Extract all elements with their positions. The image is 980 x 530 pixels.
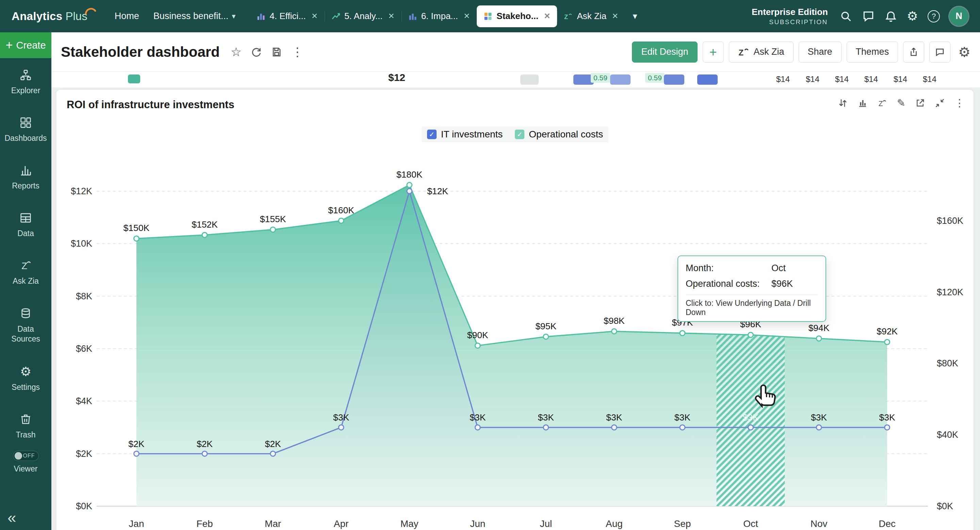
svg-text:$90K: $90K bbox=[467, 330, 488, 340]
svg-text:Oct: Oct bbox=[743, 519, 758, 529]
checkbox-checked-icon: ✓ bbox=[427, 130, 437, 139]
ask-zia-button[interactable]: Z Ask Zia bbox=[729, 41, 794, 63]
sidebar-item-label: Settings bbox=[11, 382, 40, 392]
svg-text:$3K: $3K bbox=[675, 413, 690, 423]
svg-text:$94K: $94K bbox=[808, 323, 830, 333]
themes-button[interactable]: Themes bbox=[846, 41, 898, 63]
edit-pencil-icon[interactable]: ✎ bbox=[897, 98, 905, 108]
help-icon[interactable]: ? bbox=[928, 10, 940, 22]
tab-6-impact[interactable]: 6. Impa... ✕ bbox=[401, 5, 477, 27]
close-icon[interactable]: ✕ bbox=[311, 11, 318, 21]
tab-ask-zia[interactable]: Z Ask Zia ✕ bbox=[557, 5, 625, 27]
zia-icon: Z bbox=[738, 47, 749, 57]
header-actions: Edit Design + Z Ask Zia Share Themes ⚙ bbox=[632, 41, 970, 63]
svg-text:$2K: $2K bbox=[197, 439, 213, 449]
svg-text:$12K: $12K bbox=[427, 186, 448, 196]
close-icon[interactable]: ✕ bbox=[463, 11, 470, 21]
user-avatar[interactable]: N bbox=[950, 7, 969, 26]
add-widget-button[interactable]: + bbox=[703, 41, 724, 63]
sidebar-item-explorer[interactable]: Explorer bbox=[0, 58, 51, 106]
plus-icon: + bbox=[709, 46, 717, 59]
sidebar-item-data-sources[interactable]: Data Sources bbox=[0, 296, 51, 355]
sidebar-item-label: Data bbox=[18, 229, 34, 238]
notifications-bell-icon[interactable] bbox=[885, 10, 897, 23]
sidebar-item-dashboards[interactable]: Dashboards bbox=[0, 106, 51, 154]
widget-fragment-chip bbox=[520, 75, 539, 85]
svg-text:$3K: $3K bbox=[811, 413, 827, 423]
settings-gear-icon[interactable]: ⚙ bbox=[907, 10, 918, 22]
svg-text:Z: Z bbox=[21, 260, 27, 271]
svg-text:Dec: Dec bbox=[878, 519, 896, 529]
sidebar-item-settings[interactable]: ⚙ Settings bbox=[0, 355, 51, 402]
nav-business-benefit-menu[interactable]: Business benefit... ▾ bbox=[153, 11, 236, 21]
tab-stakeholder-dashboard-active[interactable]: Stakeho... ✕ bbox=[477, 5, 557, 27]
svg-text:$0K: $0K bbox=[937, 501, 953, 511]
page-title: Stakeholder dashboard bbox=[61, 44, 220, 60]
viewer-toggle[interactable]: OFF bbox=[13, 451, 39, 461]
tooltip-label: Operational costs: bbox=[686, 279, 772, 289]
svg-text:$98K: $98K bbox=[604, 316, 625, 326]
roi-area-chart[interactable]: $0K$2K$4K$6K$8K$10K$12K$0K$40K$80K$120K$… bbox=[56, 90, 974, 530]
resize-icon[interactable] bbox=[935, 98, 945, 108]
more-options-icon[interactable]: ⋮ bbox=[955, 98, 965, 108]
sidebar-item-reports[interactable]: Reports bbox=[0, 154, 51, 201]
open-in-new-icon[interactable] bbox=[915, 98, 925, 108]
svg-text:$12K: $12K bbox=[71, 186, 92, 196]
ask-zia-label: Ask Zia bbox=[754, 47, 784, 57]
legend-operational-costs[interactable]: ✓ Operational costs bbox=[515, 129, 603, 140]
tab-label: Ask Zia bbox=[577, 11, 606, 21]
svg-text:$3K: $3K bbox=[879, 413, 895, 423]
swap-axes-icon[interactable] bbox=[838, 98, 848, 108]
create-button[interactable]: + Create bbox=[0, 32, 51, 58]
svg-text:Mar: Mar bbox=[265, 519, 281, 529]
svg-text:$4K: $4K bbox=[76, 396, 92, 406]
viewer-mode-block: OFF Viewer bbox=[0, 451, 51, 473]
svg-text:$160K: $160K bbox=[328, 205, 354, 215]
chart-tooltip: Month: Oct Operational costs: $96K Click… bbox=[678, 255, 826, 322]
sidebar-item-label: Explorer bbox=[11, 86, 40, 95]
tooltip-footer: Click to: View Underlying Data / Drill D… bbox=[686, 294, 818, 317]
close-icon[interactable]: ✕ bbox=[544, 11, 550, 21]
favorite-star-icon[interactable]: ☆ bbox=[231, 46, 242, 58]
tab-5-analysis[interactable]: 5. Analy... ✕ bbox=[325, 5, 401, 27]
svg-text:$3K: $3K bbox=[606, 413, 622, 423]
scrolled-widgets-strip: $12 0.59 0.59 $14 $14 $14 $14 $14 $14 bbox=[51, 72, 980, 87]
search-icon[interactable] bbox=[840, 10, 853, 23]
svg-text:Nov: Nov bbox=[811, 519, 827, 529]
bar-chart-icon bbox=[256, 12, 266, 21]
legend-label: IT investments bbox=[441, 129, 503, 140]
share-button[interactable]: Share bbox=[799, 41, 842, 63]
svg-text:$95K: $95K bbox=[535, 321, 556, 331]
more-options-icon[interactable]: ⋮ bbox=[291, 46, 304, 58]
save-icon[interactable] bbox=[271, 46, 282, 58]
svg-text:$3K: $3K bbox=[743, 413, 759, 423]
svg-text:$3K: $3K bbox=[469, 413, 485, 423]
refresh-icon[interactable] bbox=[250, 46, 262, 58]
nav-home[interactable]: Home bbox=[115, 11, 139, 21]
svg-text:Jan: Jan bbox=[129, 519, 144, 529]
edit-design-button[interactable]: Edit Design bbox=[632, 41, 697, 63]
export-button[interactable] bbox=[903, 41, 924, 63]
main-area: Stakeholder dashboard ☆ ⋮ Edit Design + … bbox=[51, 32, 980, 530]
dashboard-settings-icon[interactable]: ⚙ bbox=[958, 45, 970, 59]
tab-4-efficiency[interactable]: 4. Effici... ✕ bbox=[250, 5, 325, 27]
logo-plus-text: Plus bbox=[65, 10, 87, 23]
svg-text:Jul: Jul bbox=[540, 519, 552, 529]
trash-icon bbox=[19, 413, 32, 425]
chart-card-toolbar: Z ✎ ⋮ bbox=[838, 98, 965, 108]
zia-insights-icon[interactable]: Z bbox=[877, 98, 888, 108]
sidebar-item-data[interactable]: Data bbox=[0, 201, 51, 249]
legend-it-investments[interactable]: ✓ IT investments bbox=[427, 129, 503, 140]
app-logo[interactable]: Analytics Plus bbox=[11, 10, 88, 23]
sidebar-item-ask-zia[interactable]: Z Ask Zia bbox=[0, 249, 51, 296]
close-icon[interactable]: ✕ bbox=[612, 11, 618, 21]
comments-button[interactable] bbox=[929, 41, 950, 63]
tabs-overflow-chevron-icon[interactable]: ▾ bbox=[633, 11, 637, 21]
sidebar-item-trash[interactable]: Trash bbox=[0, 402, 51, 450]
close-icon[interactable]: ✕ bbox=[388, 11, 395, 21]
collapse-sidebar-icon[interactable]: « bbox=[0, 509, 51, 525]
chart-type-icon[interactable] bbox=[858, 98, 868, 108]
svg-text:Feb: Feb bbox=[196, 519, 213, 529]
svg-text:$155K: $155K bbox=[260, 214, 286, 224]
chat-icon[interactable] bbox=[862, 10, 875, 23]
